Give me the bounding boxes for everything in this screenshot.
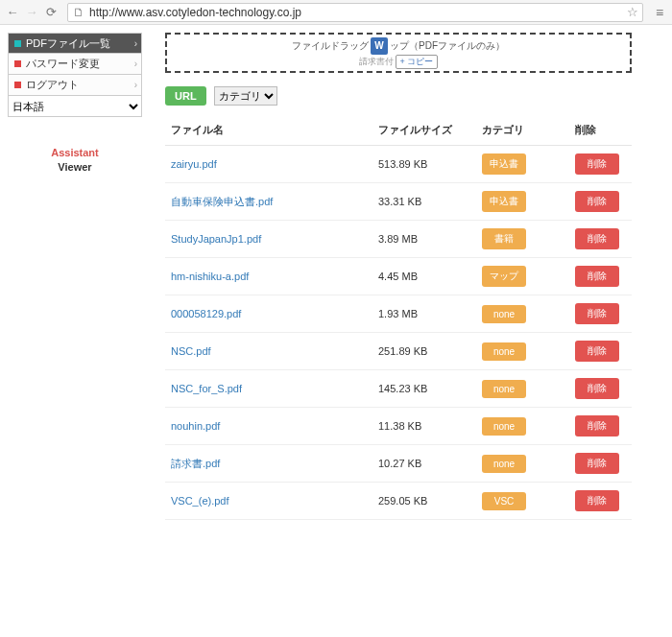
delete-button[interactable]: 削除 — [575, 490, 619, 511]
file-size: 145.23 KB — [372, 370, 476, 408]
file-size: 10.27 KB — [372, 445, 476, 483]
col-header-filesize: ファイルサイズ — [372, 115, 476, 146]
copy-button[interactable]: + コピー — [396, 55, 439, 69]
url-input[interactable] — [85, 6, 627, 19]
nav-bullet-icon — [14, 82, 21, 88]
delete-button[interactable]: 削除 — [575, 341, 619, 362]
col-header-category: カテゴリ — [476, 115, 569, 146]
file-link[interactable]: 自動車保険申込書.pdf — [171, 196, 273, 207]
category-tag[interactable]: none — [482, 455, 526, 473]
delete-button[interactable]: 削除 — [575, 228, 619, 249]
category-tag[interactable]: 書籍 — [482, 228, 526, 249]
brand-line2: Viewer — [8, 160, 142, 175]
chevron-right-icon: › — [134, 59, 137, 69]
file-table: ファイル名 ファイルサイズ カテゴリ 削除 zairyu.pdf513.89 K… — [165, 115, 632, 520]
nav-bullet-icon — [14, 40, 21, 47]
forward-icon[interactable]: → — [25, 6, 38, 19]
sidebar: PDFファイル一覧›パスワード変更›ログアウト› 日本語 Assistant V… — [8, 33, 142, 520]
main-content: ファイルドラッグ W ップ（PDFファイルのみ） 請求書付 + コピー URL … — [142, 33, 632, 520]
category-tag[interactable]: none — [482, 342, 526, 361]
nav-bullet-icon — [14, 60, 21, 67]
delete-button[interactable]: 削除 — [575, 453, 619, 474]
delete-button[interactable]: 削除 — [575, 415, 619, 436]
table-row: NSC.pdf251.89 KBnone削除 — [165, 333, 632, 370]
category-tag[interactable]: none — [482, 417, 526, 436]
delete-button[interactable]: 削除 — [575, 266, 619, 287]
file-link[interactable]: hm-nishiku-a.pdf — [171, 271, 249, 282]
sidebar-item-1[interactable]: パスワード変更› — [8, 54, 142, 75]
back-icon[interactable]: ← — [6, 6, 19, 19]
category-tag[interactable]: VSC — [482, 492, 526, 510]
sidebar-item-label: パスワード変更 — [26, 57, 100, 71]
file-size: 4.45 MB — [372, 258, 476, 295]
bookmark-icon[interactable]: ☆ — [627, 5, 638, 19]
table-row: NSC_for_S.pdf145.23 KBnone削除 — [165, 370, 632, 408]
table-row: 000058129.pdf1.93 MBnone削除 — [165, 295, 632, 333]
sidebar-item-0[interactable]: PDFファイル一覧› — [8, 33, 142, 54]
chevron-right-icon: › — [134, 80, 137, 90]
language-select[interactable]: 日本語 — [8, 96, 142, 117]
col-header-delete: 削除 — [569, 115, 632, 146]
table-row: zairyu.pdf513.89 KB申込書削除 — [165, 146, 632, 183]
sidebar-item-2[interactable]: ログアウト› — [8, 75, 142, 96]
category-tag[interactable]: none — [482, 380, 526, 398]
brand-logo: Assistant Viewer — [8, 146, 142, 176]
file-size: 513.89 KB — [372, 146, 476, 183]
chevron-right-icon: › — [134, 38, 137, 49]
table-row: VSC_(e).pdf259.05 KBVSC削除 — [165, 483, 632, 520]
url-button[interactable]: URL — [165, 86, 206, 106]
file-size: 33.31 KB — [372, 183, 476, 221]
category-tag[interactable]: none — [482, 305, 526, 323]
file-size: 1.93 MB — [372, 295, 476, 333]
page-icon: 🗋 — [72, 6, 85, 19]
brand-line1: Assistant — [8, 146, 142, 160]
table-row: hm-nishiku-a.pdf4.45 MBマップ削除 — [165, 258, 632, 295]
browser-toolbar: ← → ⟳ 🗋 ☆ ≡ — [0, 0, 672, 25]
file-link[interactable]: NSC.pdf — [171, 345, 211, 357]
category-tag[interactable]: マップ — [482, 266, 526, 287]
delete-button[interactable]: 削除 — [575, 303, 619, 324]
table-row: 自動車保険申込書.pdf33.31 KB申込書削除 — [165, 183, 632, 221]
file-link[interactable]: zairyu.pdf — [171, 158, 217, 170]
delete-button[interactable]: 削除 — [575, 153, 619, 175]
reload-icon[interactable]: ⟳ — [44, 6, 58, 19]
word-icon: W — [371, 37, 388, 55]
sidebar-item-label: PDFファイル一覧 — [26, 36, 110, 51]
dropzone-sub-label: 請求書付 — [359, 56, 394, 68]
dropzone-text-right: ップ（PDFファイルのみ） — [390, 39, 505, 53]
menu-icon[interactable]: ≡ — [653, 6, 666, 19]
file-drop-zone[interactable]: ファイルドラッグ W ップ（PDFファイルのみ） 請求書付 + コピー — [165, 33, 632, 73]
delete-button[interactable]: 削除 — [575, 378, 619, 399]
file-link[interactable]: nouhin.pdf — [171, 420, 220, 432]
file-link[interactable]: 請求書.pdf — [171, 458, 220, 469]
toolbar: URL カテゴリ — [165, 86, 632, 106]
category-tag[interactable]: 申込書 — [482, 153, 526, 175]
file-size: 11.38 KB — [372, 408, 476, 445]
sidebar-item-label: ログアウト — [26, 78, 79, 92]
file-size: 259.05 KB — [372, 483, 476, 520]
dropzone-text-left: ファイルドラッグ — [292, 39, 369, 53]
file-link[interactable]: VSC_(e).pdf — [171, 495, 229, 507]
file-link[interactable]: StudyJapanJp1.pdf — [171, 233, 261, 245]
category-filter-select[interactable]: カテゴリ — [214, 86, 277, 106]
col-header-filename: ファイル名 — [165, 115, 372, 146]
file-size: 3.89 MB — [372, 221, 476, 258]
file-link[interactable]: 000058129.pdf — [171, 308, 241, 319]
file-link[interactable]: NSC_for_S.pdf — [171, 383, 242, 394]
category-tag[interactable]: 申込書 — [482, 191, 526, 212]
file-size: 251.89 KB — [372, 333, 476, 370]
address-bar[interactable]: 🗋 ☆ — [67, 3, 643, 22]
delete-button[interactable]: 削除 — [575, 191, 619, 212]
table-row: 請求書.pdf10.27 KBnone削除 — [165, 445, 632, 483]
table-row: StudyJapanJp1.pdf3.89 MB書籍削除 — [165, 221, 632, 258]
table-row: nouhin.pdf11.38 KBnone削除 — [165, 408, 632, 445]
